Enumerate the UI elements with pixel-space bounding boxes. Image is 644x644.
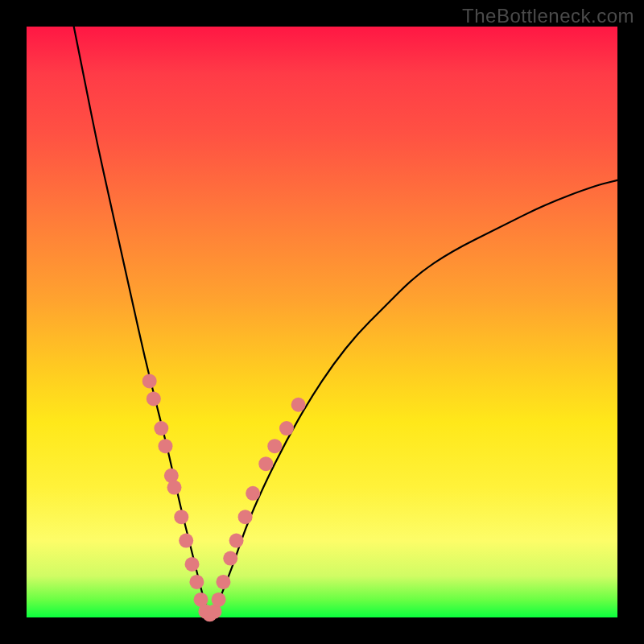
data-marker bbox=[291, 398, 306, 412]
bottleneck-curve bbox=[74, 27, 617, 615]
data-marker bbox=[238, 510, 253, 524]
data-marker bbox=[174, 510, 188, 524]
data-marker bbox=[216, 575, 230, 589]
data-marker bbox=[246, 486, 260, 501]
chart-frame: TheBottleneck.com bbox=[0, 0, 644, 644]
plot-area bbox=[27, 27, 617, 617]
data-marker bbox=[185, 557, 200, 572]
watermark-text: TheBottleneck.com bbox=[462, 5, 634, 27]
data-marker bbox=[229, 534, 244, 548]
data-marker bbox=[179, 534, 193, 548]
data-marker bbox=[212, 592, 226, 607]
data-marker bbox=[223, 551, 237, 566]
data-marker bbox=[142, 374, 157, 388]
data-marker bbox=[258, 456, 273, 471]
data-marker bbox=[189, 575, 204, 589]
data-marker bbox=[267, 439, 282, 453]
data-marker bbox=[167, 481, 182, 495]
curve-svg bbox=[27, 27, 617, 617]
data-marker bbox=[154, 421, 168, 436]
marker-group bbox=[142, 374, 306, 621]
data-marker bbox=[158, 439, 172, 453]
data-marker bbox=[279, 421, 294, 436]
data-marker bbox=[147, 391, 161, 406]
